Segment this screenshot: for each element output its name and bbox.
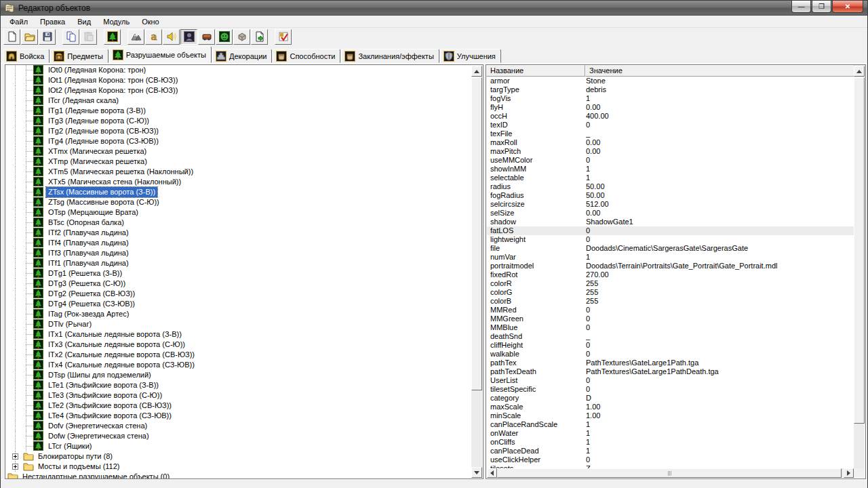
scroll-thumb[interactable] <box>497 468 842 478</box>
object-editor-button[interactable] <box>180 29 197 45</box>
property-row[interactable]: targTypedebris <box>487 85 854 94</box>
property-row[interactable]: maxPitch0.00 <box>487 147 854 156</box>
tab-abilities[interactable]: Способности <box>273 49 340 63</box>
tab-doodads[interactable]: Декорации <box>212 49 272 63</box>
property-row[interactable]: deathSnd_ <box>487 332 854 341</box>
property-row[interactable]: fogVis1 <box>487 94 854 103</box>
property-row[interactable]: radius50.00 <box>487 182 854 191</box>
scroll-up-button[interactable] <box>471 66 482 77</box>
tab-units[interactable]: Войска <box>3 49 50 63</box>
property-row[interactable]: canPlaceRandScale1 <box>487 420 854 429</box>
copy-button[interactable] <box>62 29 79 45</box>
tree-item[interactable]: ITx3 (Скальные ледяные ворота (С-Ю)) <box>6 340 471 350</box>
property-row[interactable]: UserList0 <box>487 376 854 385</box>
scroll-thumb[interactable] <box>854 77 865 424</box>
tree-item[interactable]: Dofv (Энергетическая стена) <box>6 421 471 431</box>
tree-item[interactable]: ITf1 (Плавучая льдина) <box>6 258 471 268</box>
restore-button[interactable]: ❐ <box>812 1 831 13</box>
sound-editor-button[interactable] <box>163 29 180 45</box>
close-button[interactable]: ✕ <box>832 1 863 13</box>
tree-item[interactable]: ITf3 (Плавучая льдина) <box>6 248 471 258</box>
property-row[interactable]: numVar1 <box>487 253 854 262</box>
tree-item[interactable]: DTg4 (Решетка (СЗ-ЮВ)) <box>6 299 471 309</box>
tree-item[interactable]: ZTsx (Массивные ворота (З-В)) <box>6 187 471 197</box>
tree-item[interactable]: IOt2 (Ледяная Корона: трон (СВ-ЮЗ)) <box>6 85 471 96</box>
property-row[interactable]: flyH0.00 <box>487 103 854 112</box>
property-row[interactable]: canPlaceDead1 <box>487 447 854 455</box>
property-row[interactable]: colorB255 <box>487 297 854 306</box>
tree-item[interactable]: LTe2 (Эльфийские ворота (СВ-ЮЗ)) <box>6 401 471 411</box>
scroll-left-button[interactable] <box>487 468 497 478</box>
property-row[interactable]: MMBlue0 <box>487 323 854 332</box>
scroll-down-button[interactable] <box>471 467 482 478</box>
tree-item[interactable]: LTe1 (Эльфийские ворота (З-В)) <box>6 380 471 390</box>
tree-item[interactable]: DTg2 (Решетка (СВ-ЮЗ)) <box>6 289 471 299</box>
terrain-palette-button[interactable] <box>127 29 144 45</box>
title-bar[interactable]: Редактор объектов — ❐ ✕ <box>1 1 867 16</box>
tree-item[interactable]: XTm5 (Магическая решетка (Наклонный)) <box>6 167 471 177</box>
menu-file[interactable]: Файл <box>3 16 34 27</box>
tree-item[interactable]: DTlv (Рычаг) <box>6 319 471 329</box>
tree-item[interactable]: DTg1 (Решетка (З-В)) <box>6 268 471 279</box>
save-map-button[interactable] <box>39 29 56 45</box>
property-row[interactable]: walkable0 <box>487 350 854 359</box>
property-row[interactable]: selSize0.00 <box>487 209 854 218</box>
properties-vertical-scrollbar[interactable] <box>854 66 865 468</box>
tree-item[interactable]: ITf2 (Плавучая льдина) <box>6 228 471 238</box>
tree-item[interactable]: ITg1 (Ледяные ворота (З-В)) <box>6 106 471 116</box>
tab-buffs[interactable]: Заклинания/эффекты <box>341 49 439 63</box>
tree-vertical-scrollbar[interactable] <box>471 66 482 478</box>
property-row[interactable]: tilesetSpecific0 <box>487 385 854 394</box>
tree-item[interactable]: XTx5 (Магическая стена (Наклонный)) <box>6 177 471 187</box>
tree-item[interactable]: ITg2 (Ледяные ворота (СВ-ЮЗ)) <box>6 126 471 136</box>
tree-item[interactable]: Dofw (Энергетическая стена) <box>6 431 471 441</box>
trigger-editor-button[interactable]: a <box>145 29 162 45</box>
property-row[interactable]: maxRoll0.00 <box>487 138 854 147</box>
tree-item[interactable]: IOt0 (Ледяная Корона: трон) <box>6 65 471 75</box>
tree-item[interactable]: ITcr (Ледяная скала) <box>6 96 471 106</box>
property-row[interactable]: colorG255 <box>487 288 854 297</box>
tree-item[interactable]: OTsp (Мерцающие Врата) <box>6 207 471 218</box>
scroll-up-button[interactable] <box>854 66 865 77</box>
scroll-thumb[interactable] <box>471 77 482 390</box>
property-row[interactable]: fixedRot270.00 <box>487 270 854 279</box>
property-row[interactable]: MMGreen0 <box>487 314 854 323</box>
property-row[interactable]: occH400.00 <box>487 112 854 121</box>
tree-item[interactable]: XTmp (Магическая решетка) <box>6 157 471 167</box>
expand-plus-icon[interactable] <box>12 453 18 460</box>
test-map-button[interactable] <box>275 29 292 45</box>
tab-items[interactable]: Предметы <box>50 49 108 63</box>
tree-item[interactable]: DTg3 (Решетка (С-Ю)) <box>6 279 471 289</box>
minimize-button[interactable]: — <box>791 1 811 13</box>
property-row[interactable]: armorStone <box>487 77 854 85</box>
property-row[interactable]: fileDoodads\Cinematic\SargerasGate\Sarge… <box>487 244 854 253</box>
menu-module[interactable]: Модуль <box>97 16 136 27</box>
campaign-editor-button[interactable] <box>198 29 215 45</box>
expand-plus-icon[interactable] <box>12 464 18 470</box>
tree-item[interactable]: ITg4 (Ледяные ворота (СЗ-ЮВ)) <box>6 136 471 146</box>
tree-item[interactable]: LTe4 (Эльфийские ворота (СЗ-ЮВ)) <box>6 411 471 421</box>
tree-item[interactable]: Нестандартные разрушаемые объекты (0) <box>6 472 471 479</box>
tree-item[interactable]: IOt1 (Ледяная Корона: трон (СВ-ЮЗ)) <box>6 75 471 85</box>
object-manager-button[interactable] <box>233 29 250 45</box>
property-row[interactable]: useMMColor0 <box>487 156 854 165</box>
property-row[interactable]: cliffHeight0 <box>487 341 854 350</box>
property-row[interactable]: categoryD <box>487 394 854 403</box>
property-row[interactable]: texID0 <box>487 121 854 129</box>
tab-upgrades[interactable]: Улучшения <box>440 49 501 63</box>
property-row[interactable]: fatLOS0 <box>487 226 854 235</box>
tree-item[interactable]: LTe3 (Эльфийские ворота (С-Ю)) <box>6 390 471 401</box>
property-row[interactable]: pathTexDeathPathTextures\GateLarge1PathD… <box>487 367 854 376</box>
tree-item[interactable]: ITx4 (Скальные ледяные ворота (СЗ-ЮВ)) <box>6 360 471 370</box>
tree-item[interactable]: ZTsg (Массивные ворота (С-Ю)) <box>6 197 471 207</box>
tree-item[interactable]: Блокираторы пути (8) <box>6 451 471 462</box>
tree-item[interactable]: ITx2 (Скальные ледяные ворота (СВ-ЮЗ)) <box>6 350 471 360</box>
tab-destructibles[interactable]: Разрушаемые объекты <box>109 46 212 63</box>
property-row[interactable]: minScale1.00 <box>487 411 854 420</box>
tree-item[interactable]: ITag (Рок-звезда Артес) <box>6 309 471 319</box>
import-manager-button[interactable] <box>251 29 268 45</box>
property-row[interactable]: shadowShadowGate1 <box>487 218 854 226</box>
property-row[interactable]: lightweight0 <box>487 235 854 244</box>
tree-item[interactable]: ITx1 (Скальные ледяные ворота (З-В)) <box>6 329 471 340</box>
scroll-right-button[interactable] <box>844 468 854 478</box>
